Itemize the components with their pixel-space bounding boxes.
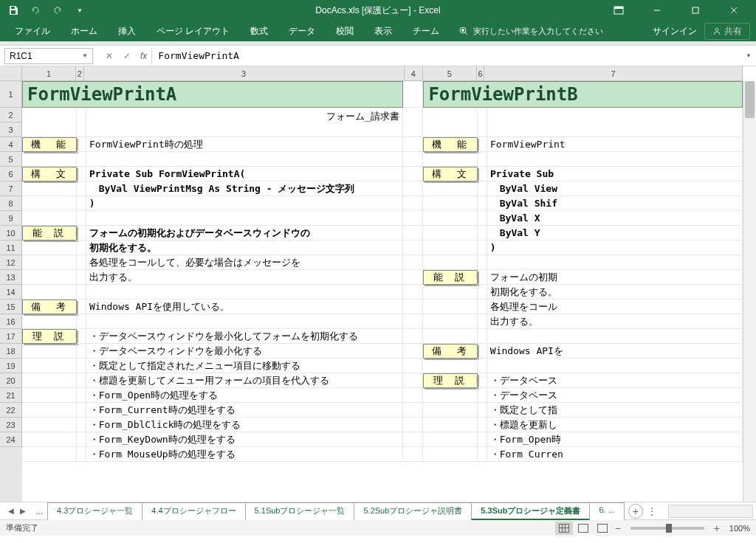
- cell[interactable]: [423, 418, 478, 432]
- cell[interactable]: [403, 81, 423, 108]
- cell[interactable]: [478, 196, 487, 211]
- cell[interactable]: ・標題を更新し: [487, 418, 743, 432]
- cell[interactable]: [22, 241, 77, 255]
- column-header[interactable]: 5: [423, 66, 477, 81]
- cell[interactable]: [77, 285, 86, 300]
- cell[interactable]: [22, 108, 77, 137]
- cell[interactable]: [22, 211, 77, 226]
- cell[interactable]: Windows APIを使用している。: [86, 300, 403, 314]
- formula-expand-icon[interactable]: ▼: [741, 52, 756, 59]
- cell[interactable]: [22, 447, 77, 462]
- cell[interactable]: [22, 270, 77, 285]
- cell[interactable]: [403, 447, 423, 462]
- cell[interactable]: [403, 329, 423, 344]
- row-header[interactable]: 22: [0, 403, 22, 418]
- cell[interactable]: [478, 403, 487, 418]
- cell[interactable]: 各処理をコール: [487, 300, 743, 314]
- cell[interactable]: [423, 388, 478, 403]
- row-header[interactable]: 2: [0, 108, 22, 122]
- row-header[interactable]: 10: [0, 226, 22, 241]
- cell[interactable]: 初期化をする。: [86, 241, 403, 255]
- tab-nav-next-icon[interactable]: ▶: [18, 506, 28, 516]
- name-box[interactable]: R1C1 ▼: [4, 48, 93, 64]
- cell[interactable]: ): [487, 241, 743, 255]
- undo-icon[interactable]: [28, 3, 43, 18]
- cell[interactable]: 構 文: [22, 167, 77, 181]
- cell[interactable]: 各処理をコールして、必要な場合はメッセージを: [86, 255, 403, 270]
- cell[interactable]: [403, 418, 423, 432]
- cell[interactable]: Private Sub FormViewPrintA(: [86, 167, 403, 181]
- cell[interactable]: 出力する。: [487, 314, 743, 329]
- column-header[interactable]: 4: [405, 66, 423, 81]
- cell[interactable]: [403, 167, 423, 181]
- cell[interactable]: 機 能 説 明: [22, 226, 77, 241]
- tab-view[interactable]: 表示: [365, 22, 401, 41]
- row-header[interactable]: 11: [0, 241, 22, 255]
- view-page-break-button[interactable]: [594, 522, 611, 535]
- tab-insert[interactable]: 挿入: [109, 22, 145, 41]
- cell[interactable]: [403, 255, 423, 270]
- row-header[interactable]: 21: [0, 388, 22, 403]
- row-header[interactable]: 18: [0, 344, 22, 359]
- row-header[interactable]: 7: [0, 181, 22, 196]
- sheet-tab[interactable]: 4.4プロシージャフロー: [142, 502, 245, 520]
- cell[interactable]: [423, 226, 478, 241]
- tell-me-search[interactable]: 実行したい作業を入力してください: [458, 26, 603, 37]
- cell[interactable]: [77, 359, 86, 373]
- cell[interactable]: 機 能 説 明: [423, 270, 478, 285]
- cell[interactable]: ・Form Curren: [487, 447, 743, 462]
- cancel-formula-icon[interactable]: ✕: [102, 49, 117, 63]
- close-button[interactable]: [718, 0, 750, 21]
- cell[interactable]: [423, 314, 478, 329]
- cell[interactable]: [403, 137, 423, 152]
- cell[interactable]: [423, 196, 478, 211]
- zoom-in-button[interactable]: +: [712, 523, 722, 533]
- cell[interactable]: [403, 314, 423, 329]
- cell[interactable]: FormViewPrint: [487, 137, 743, 152]
- cell[interactable]: [77, 388, 86, 403]
- cell[interactable]: 構 文: [423, 167, 478, 181]
- row-header[interactable]: 4: [0, 137, 22, 152]
- tab-review[interactable]: 校閲: [327, 22, 362, 41]
- cell[interactable]: [403, 152, 423, 167]
- cell[interactable]: 処 理 説 明: [22, 329, 77, 344]
- cell[interactable]: [403, 432, 423, 447]
- cell[interactable]: ByVal View: [487, 181, 743, 196]
- cell[interactable]: [77, 300, 86, 314]
- cell[interactable]: [423, 211, 478, 226]
- cell[interactable]: [77, 270, 86, 285]
- column-header[interactable]: 3: [84, 66, 405, 81]
- cell[interactable]: [478, 255, 487, 270]
- cell[interactable]: [478, 432, 487, 447]
- cell[interactable]: [478, 344, 487, 359]
- tabs-more-icon[interactable]: ⋮: [643, 506, 661, 516]
- zoom-out-button[interactable]: −: [613, 523, 623, 533]
- cell[interactable]: [423, 181, 478, 196]
- cell[interactable]: [403, 270, 423, 285]
- cell[interactable]: [403, 300, 423, 314]
- cell[interactable]: [86, 314, 403, 329]
- tabs-overflow-left[interactable]: ...: [31, 506, 47, 516]
- cell[interactable]: [77, 241, 86, 255]
- cell[interactable]: [423, 329, 478, 344]
- zoom-thumb[interactable]: [666, 524, 672, 533]
- cell[interactable]: ・Form_Open時: [487, 432, 743, 447]
- cell[interactable]: [423, 403, 478, 418]
- cell[interactable]: [77, 181, 86, 196]
- cell[interactable]: [478, 270, 487, 285]
- cell[interactable]: [77, 344, 86, 359]
- cell[interactable]: [77, 418, 86, 432]
- cell[interactable]: [478, 373, 487, 388]
- cell[interactable]: ・Form_DblClick時の処理をする: [86, 418, 403, 432]
- cell[interactable]: ByVal Y: [487, 226, 743, 241]
- formula-input[interactable]: [152, 49, 741, 63]
- column-header[interactable]: 2: [76, 66, 83, 81]
- cell[interactable]: [478, 285, 487, 300]
- cell[interactable]: [423, 255, 478, 270]
- cell[interactable]: [22, 418, 77, 432]
- cell[interactable]: [403, 388, 423, 403]
- cell[interactable]: [487, 152, 743, 167]
- row-header[interactable]: 8: [0, 196, 22, 211]
- tab-nav-prev-icon[interactable]: ◀: [6, 506, 16, 516]
- cell[interactable]: [77, 211, 86, 226]
